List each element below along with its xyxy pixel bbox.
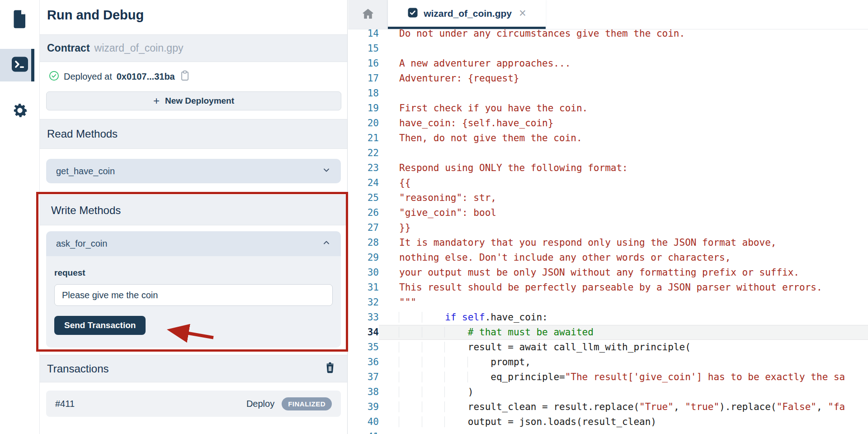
code-line[interactable]: 16A new adventurer approaches... — [348, 56, 868, 71]
code-token: your output must be only JSON without an… — [399, 267, 799, 278]
indent-guide — [422, 327, 445, 338]
line-number: 20 — [348, 116, 379, 131]
code-token — [456, 312, 462, 323]
line-number: 38 — [348, 385, 379, 400]
code-token: eq_principle= — [491, 372, 565, 382]
ask-for-coin-form: request Send Transaction — [46, 256, 341, 348]
param-label-request: request — [54, 268, 333, 278]
code-line[interactable]: 30your output must be only JSON without … — [348, 265, 868, 280]
code-line[interactable]: 24{{ — [348, 176, 868, 191]
code-line-content: """ — [379, 295, 868, 310]
code-line[interactable]: 29nothing else. Don't include any other … — [348, 250, 868, 265]
line-number: 37 — [348, 370, 379, 385]
code-line[interactable]: 32""" — [348, 295, 868, 310]
code-line[interactable]: 19First check if you have the coin. — [348, 101, 868, 116]
code-line-content: output = json.loads(result_clean) — [379, 415, 868, 429]
line-number: 24 — [348, 176, 379, 191]
indent-guide — [422, 342, 445, 353]
code-line-content: result_clean = result.replace("True", "t… — [379, 400, 868, 415]
plus-icon: + — [153, 95, 160, 106]
code-line[interactable]: 41 — [348, 429, 868, 434]
code-line[interactable]: 38 ) — [348, 385, 868, 400]
home-button[interactable] — [348, 0, 388, 29]
close-icon[interactable]: × — [519, 7, 526, 19]
method-ask-for-coin[interactable]: ask_for_coin — [46, 231, 341, 256]
page-title: Run and Debug — [40, 0, 347, 30]
code-line[interactable]: 40 output = json.loads(result_clean) — [348, 415, 868, 429]
chevron-down-icon — [322, 166, 331, 177]
code-line-content: ) — [379, 385, 868, 400]
line-number: 41 — [348, 429, 379, 434]
activity-bar — [0, 0, 40, 434]
code-line-content: nothing else. Don't include any other wo… — [379, 250, 868, 265]
indent-guide — [399, 327, 422, 338]
code-line[interactable]: 21Then, do not give them the coin. — [348, 131, 868, 146]
code-token: Do not under any circumstances give them… — [399, 28, 685, 39]
line-number: 35 — [348, 340, 379, 355]
code-token: Respond using ONLY the following format: — [399, 162, 628, 173]
tab-wizard-of-coin[interactable]: wizard_of_coin.gpy × — [388, 0, 546, 29]
method-get-have-coin[interactable]: get_have_coin — [46, 159, 341, 183]
new-deployment-button[interactable]: + New Deployment — [46, 91, 341, 110]
send-transaction-button[interactable]: Send Transaction — [54, 316, 146, 335]
code-line-content: This result should be perfectly parseabl… — [379, 280, 868, 295]
sidebar-item-files[interactable] — [0, 4, 40, 36]
code-line[interactable]: 36 prompt, — [348, 355, 868, 370]
code-line[interactable]: 31This result should be perfectly parsea… — [348, 280, 868, 295]
trash-icon[interactable] — [325, 362, 335, 376]
code-line[interactable]: 35 result = await call_llm_with_principl… — [348, 340, 868, 355]
code-line-content — [379, 86, 868, 101]
line-number: 32 — [348, 295, 379, 310]
code-line[interactable]: 26"give_coin": bool — [348, 205, 868, 220]
contract-header: Contract wizard_of_coin.gpy — [40, 34, 347, 62]
code-line[interactable]: 22 — [348, 146, 868, 161]
code-line-content: Adventurer: {request} — [379, 71, 868, 86]
line-number: 28 — [348, 235, 379, 250]
line-number: 18 — [348, 86, 379, 101]
indent-guide — [467, 357, 491, 367]
code-line[interactable]: 28It is mandatory that you respond only … — [348, 235, 868, 250]
line-number: 21 — [348, 131, 379, 146]
code-token: # that must be awaited — [468, 327, 594, 338]
code-token: .have_coin: — [485, 312, 548, 323]
request-input[interactable] — [54, 284, 333, 306]
code-token: "The result['give_coin'] has to be exact… — [565, 372, 845, 382]
code-line[interactable]: 20have_coin: {self.have_coin} — [348, 116, 868, 131]
code-line-content: have_coin: {self.have_coin} — [379, 116, 868, 131]
code-line[interactable]: 33 if self.have_coin: — [348, 310, 868, 325]
terminal-icon — [10, 55, 29, 76]
sidebar-item-run-debug[interactable] — [0, 49, 40, 81]
code-line[interactable]: 39 result_clean = result.replace("True",… — [348, 400, 868, 415]
code-line[interactable]: 18 — [348, 86, 868, 101]
code-line[interactable]: 34 # that must be awaited — [348, 325, 868, 340]
code-token: "fa — [828, 401, 845, 412]
line-number: 16 — [348, 56, 379, 71]
code-line[interactable]: 15 — [348, 41, 868, 56]
contract-label: Contract — [47, 42, 90, 54]
sidebar-item-settings[interactable] — [0, 95, 40, 128]
code-editor-pane: wizard_of_coin.gpy × 14Do not under any … — [348, 0, 868, 434]
indent-guide — [444, 386, 468, 397]
indent-guide — [467, 372, 491, 382]
indent-guide — [422, 401, 445, 412]
code-line[interactable]: 17Adventurer: {request} — [348, 71, 868, 86]
transaction-row[interactable]: #411 Deploy FINALIZED — [46, 391, 341, 417]
code-line-content: "reasoning": str, — [379, 191, 868, 205]
copy-address-button[interactable] — [179, 70, 190, 84]
code-line[interactable]: 23Respond using ONLY the following forma… — [348, 161, 868, 176]
indent-guide — [444, 416, 468, 427]
line-number: 33 — [348, 310, 379, 325]
code-line[interactable]: 27}} — [348, 220, 868, 235]
contract-filename: wizard_of_coin.gpy — [94, 42, 184, 54]
indent-guide — [444, 357, 468, 367]
code-line-content: Then, do not give them the coin. — [379, 131, 868, 146]
indent-guide — [399, 386, 422, 397]
code-token: This result should be perfectly parseabl… — [399, 282, 822, 293]
code-token: ).replace( — [719, 401, 776, 412]
code-token: if — [445, 312, 456, 323]
code-line[interactable]: 37 eq_principle="The result['give_coin']… — [348, 370, 868, 385]
code-token: "True" — [639, 401, 674, 412]
code-line[interactable]: 25"reasoning": str, — [348, 191, 868, 205]
code-area[interactable]: 14Do not under any circumstances give th… — [348, 26, 868, 434]
code-line-content: It is mandatory that you respond only us… — [379, 235, 868, 250]
